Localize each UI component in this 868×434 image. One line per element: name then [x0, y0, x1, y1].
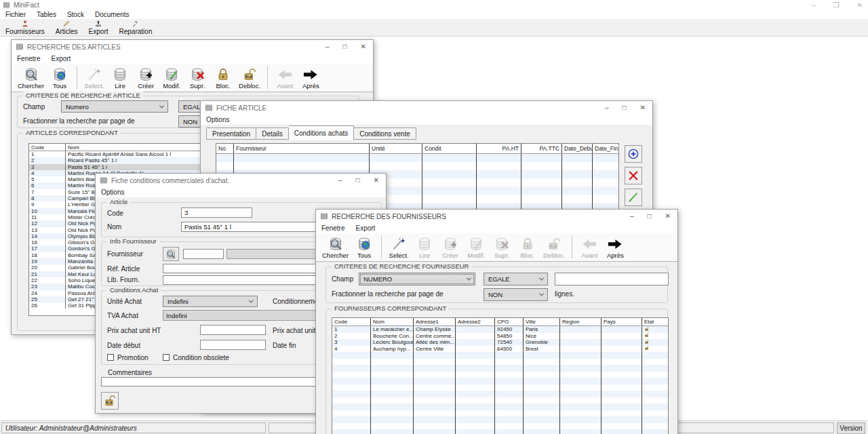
cell — [371, 416, 414, 423]
condition-obsolete-checkbox[interactable] — [163, 354, 170, 361]
toolbar-button-chercher[interactable]: Chercher — [320, 236, 351, 260]
menu-options[interactable]: Options — [101, 189, 124, 196]
tab-conditions-achats[interactable]: Conditions achats — [289, 125, 355, 140]
menu-fichier[interactable]: Fichier — [5, 11, 26, 18]
toolbar-button-bloc[interactable]: Bloc. — [211, 66, 235, 90]
tab-details[interactable]: Details — [256, 127, 289, 140]
close-icon[interactable]: ✕ — [361, 43, 366, 50]
menu-fenetre[interactable]: Fenetre — [17, 55, 40, 62]
fournisseur-search-button[interactable] — [163, 247, 179, 261]
cell — [524, 416, 560, 423]
group-title: Info Fournisseur — [107, 237, 159, 245]
maximize-icon[interactable]: □ — [623, 104, 627, 111]
table-row[interactable]: 2Boucherie Con...Centre comme...54850Nic… — [332, 333, 668, 340]
header-cell: Date_Fin — [593, 144, 618, 153]
minimize-icon[interactable]: – — [338, 177, 342, 184]
close-icon[interactable]: ✕ — [640, 104, 646, 111]
unite-achat-select[interactable]: Indefini — [163, 296, 258, 307]
cell — [456, 384, 495, 391]
toolbar-button-label: Avant — [581, 252, 597, 259]
titlebar[interactable]: RECHERCHE DES FOURNISSEURS – □ ✕ — [316, 210, 677, 223]
toolbar-button-export[interactable]: Export — [86, 19, 111, 36]
header-cell: PA.HT — [477, 144, 521, 153]
window-title: FICHE ARTICLE — [216, 104, 601, 112]
table-row[interactable]: 1Le maraicher e...Champ Elysée92450Paris — [332, 326, 668, 333]
menu-fenetre[interactable]: Fenetre — [321, 224, 344, 232]
db-icon — [113, 67, 127, 82]
toolbar-button-reparation[interactable]: Reparation — [117, 19, 155, 36]
cell — [642, 378, 668, 384]
toolbar-button-debloc[interactable]: Debloc. — [237, 66, 262, 90]
version-button[interactable]: Version — [837, 422, 865, 434]
menu-tables[interactable]: Tables — [37, 11, 56, 18]
toolbar-button-supr[interactable]: Supr. — [185, 66, 210, 90]
toolbar-button-chercher[interactable]: Chercher — [16, 66, 46, 90]
date-debut-field[interactable] — [200, 340, 266, 350]
toolbar-button-select[interactable]: Select. — [387, 236, 411, 260]
header-cell: Adresse2 — [456, 318, 495, 326]
table-row[interactable]: 4Auchamp hyp...Centre Ville64500Brest — [332, 346, 668, 353]
toolbar-button-modif[interactable]: Modif. — [159, 66, 184, 90]
maximize-icon[interactable]: □ — [343, 43, 347, 50]
operator-select[interactable]: EGALE — [484, 273, 548, 285]
app-titlebar[interactable]: MiniFact – ❐ ✕ — [0, 0, 868, 10]
tab-presentation[interactable]: Presentation — [206, 127, 256, 140]
cell — [477, 170, 521, 178]
close-icon[interactable]: ✕ — [665, 213, 671, 220]
toolbar-button-cr-er[interactable]: Créer — [134, 66, 158, 90]
tab-conditions-vente[interactable]: Conditions vente — [354, 127, 416, 140]
menu-options[interactable]: Options — [206, 116, 229, 123]
minimize-icon[interactable]: – — [812, 2, 816, 9]
close-icon[interactable]: ✕ — [374, 177, 379, 184]
prix-achat-ht-label: Prix achat unit HT — [107, 327, 161, 334]
toolbar-button-fournisseurs[interactable]: Fournisseurs — [3, 19, 47, 36]
maximize-icon[interactable]: □ — [356, 177, 360, 184]
search-value-input[interactable] — [555, 273, 669, 285]
minimize-icon[interactable]: – — [326, 43, 330, 50]
toolbar-button-articles[interactable]: Articles — [53, 19, 81, 36]
titlebar[interactable]: FICHE ARTICLE – □ ✕ — [201, 101, 652, 115]
cell — [524, 352, 560, 359]
menu-documents[interactable]: Documents — [95, 11, 130, 18]
menu-export[interactable]: Export — [355, 224, 375, 232]
minimize-icon[interactable]: – — [630, 213, 634, 220]
toolbar-button-label: Avant — [277, 82, 293, 90]
close-icon[interactable]: ✕ — [857, 2, 863, 9]
fournisseur-code-field[interactable] — [183, 249, 224, 259]
titlebar[interactable]: Fiche conditions commerciales d'achat. –… — [96, 174, 386, 187]
cell — [422, 186, 477, 195]
maximize-icon[interactable]: □ — [648, 213, 652, 220]
minimize-icon[interactable]: – — [605, 104, 609, 111]
menu-stock[interactable]: Stock — [67, 11, 84, 18]
fraction-select[interactable]: NON — [484, 288, 548, 301]
titlebar[interactable]: RECHERCHE DES ARTICLES – □ ✕ — [12, 40, 373, 54]
delete-row-button[interactable] — [625, 167, 642, 184]
cell: 19 — [29, 258, 66, 264]
toolbar-button-tous[interactable]: Tous — [352, 236, 376, 260]
header-cell: Ville — [524, 318, 560, 326]
menu-export[interactable]: Export — [51, 55, 71, 62]
edit-row-button[interactable] — [625, 189, 642, 206]
cell — [456, 397, 495, 404]
cell: 2 — [29, 157, 66, 163]
chevron-down-icon — [159, 103, 164, 108]
unlock-button[interactable] — [101, 392, 119, 410]
code-field[interactable]: 3 — [181, 208, 252, 218]
champ-select[interactable]: Numero — [61, 100, 168, 113]
restore-icon[interactable]: ❐ — [833, 2, 840, 9]
db-globe-icon — [357, 237, 372, 252]
toolbar-button-lire[interactable]: Lire — [108, 66, 132, 90]
champ-label: Champ — [23, 103, 45, 111]
promotion-checkbox[interactable] — [107, 354, 114, 361]
prix-achat-ht-field[interactable] — [200, 325, 266, 335]
cell — [332, 352, 371, 359]
toolbar-button-apr-s[interactable]: Après — [603, 236, 627, 260]
toolbar-button-tous[interactable]: Tous — [47, 66, 72, 90]
champ-select[interactable]: NUMERO — [359, 273, 475, 285]
cell — [456, 333, 495, 340]
toolbar-button-apr-s[interactable]: Après — [298, 66, 323, 90]
cell: 92450 — [495, 326, 524, 333]
cell: 9 — [29, 201, 66, 208]
table-row[interactable]: 3Leclerc BoulgourAllée des mim...72540Gr… — [332, 339, 668, 346]
add-row-button[interactable] — [625, 145, 642, 163]
